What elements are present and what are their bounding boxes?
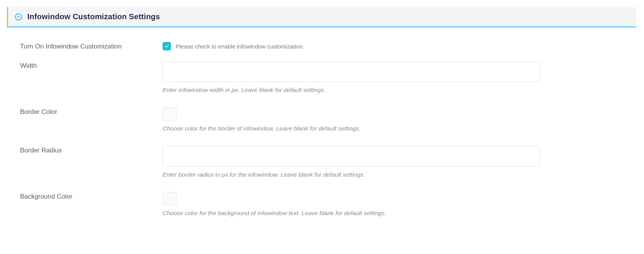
row-border-color: Border Color Choose color for the border… <box>20 107 629 132</box>
panel-header[interactable]: Infowindow Customization Settings <box>7 7 636 27</box>
enable-checkbox-wrap: Please check to enable infowindow custom… <box>163 42 540 50</box>
check-icon <box>164 44 169 48</box>
settings-page: Infowindow Customization Settings Turn O… <box>0 0 644 254</box>
row-enable: Turn On Infowindow Customization Please … <box>20 42 629 50</box>
panel-title: Infowindow Customization Settings <box>27 12 160 21</box>
label-background-color: Background Color <box>20 192 163 201</box>
row-border-radius: Border Radius Enter border radius in px … <box>20 146 629 178</box>
width-input[interactable] <box>163 61 540 82</box>
enable-checkbox[interactable] <box>163 42 171 50</box>
background-color-hint: Choose color for the background of infow… <box>163 210 540 217</box>
border-radius-input[interactable] <box>163 146 540 167</box>
label-border-radius: Border Radius <box>20 146 163 154</box>
width-hint: Enter infowindow width in px. Leave blan… <box>163 87 540 94</box>
background-color-picker[interactable] <box>163 192 176 205</box>
collapse-minus-icon[interactable] <box>14 13 23 21</box>
border-color-picker[interactable] <box>163 107 176 120</box>
border-color-hint: Choose color for the border of infowindo… <box>163 125 540 132</box>
enable-hint: Please check to enable infowindow custom… <box>176 43 304 50</box>
label-border-color: Border Color <box>20 107 163 116</box>
row-width: Width Enter infowindow width in px. Leav… <box>20 61 629 94</box>
row-background-color: Background Color Choose color for the ba… <box>20 192 629 217</box>
panel-body: Turn On Infowindow Customization Please … <box>7 27 636 221</box>
label-width: Width <box>20 61 163 70</box>
label-enable: Turn On Infowindow Customization <box>20 42 163 50</box>
border-radius-hint: Enter border radius in px for the infowi… <box>163 171 540 178</box>
